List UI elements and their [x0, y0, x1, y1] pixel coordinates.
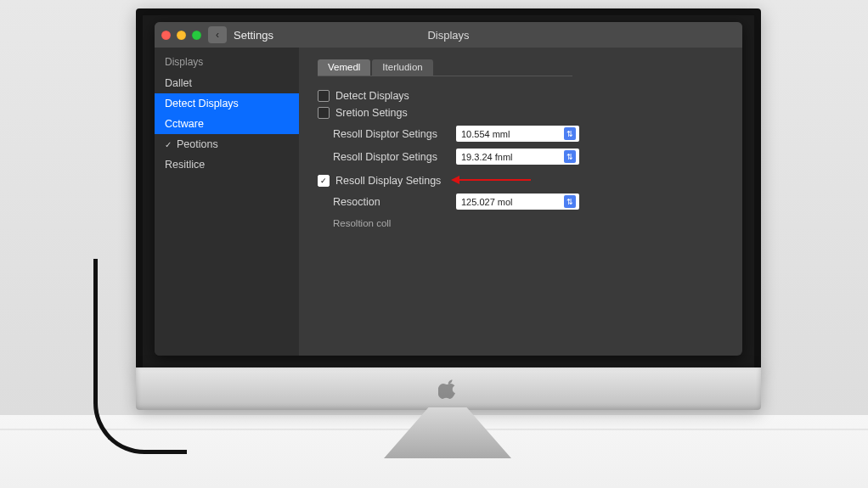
- resolution-select-3[interactable]: 125.027 mol ⇅: [456, 194, 579, 210]
- maximize-button[interactable]: [192, 31, 201, 40]
- back-button[interactable]: ‹: [208, 26, 227, 43]
- window-body: Displays Dallet Detect Displays Cctware …: [155, 48, 742, 356]
- form-label: Resoction: [333, 196, 448, 208]
- sidebar-item-label: Peotions: [177, 138, 218, 150]
- sidebar-item-dallet[interactable]: Dallet: [155, 73, 299, 93]
- imac-stand: [384, 407, 511, 458]
- sidebar-item-resitlice[interactable]: Resitlice: [155, 154, 299, 175]
- chevron-left-icon: ‹: [216, 29, 219, 41]
- form-label: Resoll Disptor Setings: [333, 128, 448, 140]
- checkbox-icon[interactable]: ✓: [318, 175, 330, 187]
- tab-iterludion[interactable]: Iterludion: [372, 59, 432, 76]
- select-value: 125.027 mol: [461, 197, 513, 207]
- sidebar-heading: Displays: [155, 53, 299, 73]
- titlebar: ‹ Settings Displays: [155, 22, 742, 48]
- imac-chin: [136, 367, 761, 410]
- chevron-updown-icon: ⇅: [564, 127, 576, 140]
- content-pane: Vemedl Iterludion Detect Displays: [299, 48, 742, 356]
- check-label: Resoll Display Setings: [335, 175, 441, 187]
- select-value: 19.3.24 fnml: [461, 152, 513, 162]
- checkbox-icon[interactable]: [318, 90, 330, 102]
- detect-displays-row[interactable]: Detect Displays: [318, 90, 724, 102]
- tab-vemedl[interactable]: Vemedl: [318, 59, 370, 76]
- scene: ‹ Settings Displays Displays Dallet Dete…: [0, 0, 868, 488]
- imac-screen: ‹ Settings Displays Displays Dallet Dete…: [136, 8, 761, 371]
- settings-window: ‹ Settings Displays Displays Dallet Dete…: [155, 22, 742, 356]
- check-icon: [165, 138, 172, 150]
- resolution-select-1[interactable]: 10.554 mml ⇅: [456, 126, 579, 142]
- sidebar-item-detect-displays[interactable]: Detect Displays: [155, 93, 299, 114]
- traffic-lights: [161, 31, 201, 40]
- sidebar-item-cctware[interactable]: Cctware: [155, 114, 299, 134]
- resolution-row-2: Resoll Disptor Setings 19.3.24 fnml ⇅: [333, 149, 724, 165]
- resolution-row-3: Resoction 125.027 mol ⇅: [333, 194, 724, 210]
- sidebar-item-label: Cctware: [165, 118, 204, 130]
- resolution-select-2[interactable]: 19.3.24 fnml ⇅: [456, 149, 579, 165]
- app-title: Settings: [234, 29, 273, 42]
- tab-label: Vemedl: [328, 62, 360, 72]
- check-label: Detect Displays: [335, 90, 409, 102]
- sidebar-item-label: Resitlice: [165, 159, 205, 171]
- sidebar: Displays Dallet Detect Displays Cctware …: [155, 48, 299, 356]
- apple-logo-icon: [438, 379, 459, 399]
- chevron-updown-icon: ⇅: [564, 150, 576, 163]
- reset-display-settings-row[interactable]: ✓ Resoll Display Setings: [318, 175, 724, 187]
- check-label: Sretion Setings: [335, 107, 408, 119]
- select-value: 10.554 mml: [461, 129, 510, 139]
- annotation-arrow-icon: [454, 179, 531, 181]
- resolution-row-1: Resoll Disptor Setings 10.554 mml ⇅: [333, 126, 724, 142]
- minimize-button[interactable]: [177, 31, 186, 40]
- resolution-hint: Resoltion coll: [333, 218, 724, 228]
- options-section: Detect Displays Sretion Setings Resoll D…: [318, 90, 724, 228]
- chevron-updown-icon: ⇅: [564, 195, 576, 208]
- checkbox-icon[interactable]: [318, 107, 330, 119]
- station-settings-row[interactable]: Sretion Setings: [318, 107, 724, 119]
- tab-bar: Vemedl Iterludion: [318, 59, 572, 76]
- sidebar-item-label: Dallet: [165, 77, 192, 89]
- form-label: Resoll Disptor Setings: [333, 151, 448, 163]
- sidebar-item-label: Detect Displays: [165, 98, 239, 109]
- sidebar-item-peotions[interactable]: Peotions: [155, 134, 299, 154]
- tab-label: Iterludion: [382, 62, 422, 72]
- close-button[interactable]: [161, 31, 171, 40]
